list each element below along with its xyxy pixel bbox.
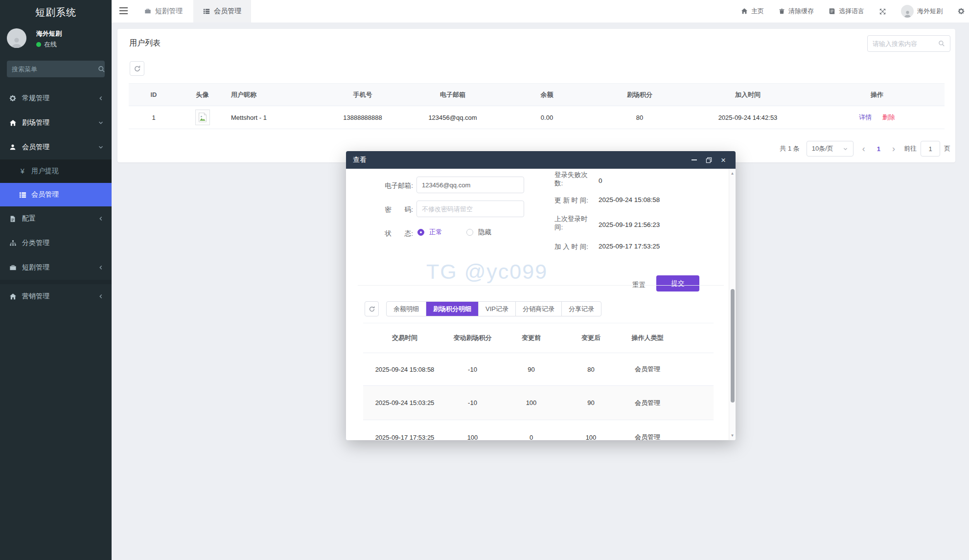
tab-member-management[interactable]: 会员管理 (193, 0, 251, 22)
app-logo: 短剧系统 (0, 0, 112, 24)
settings-button[interactable] (957, 7, 965, 15)
list-icon (19, 191, 26, 199)
refresh-button[interactable] (130, 61, 144, 76)
clear-cache-link[interactable]: 清除缓存 (779, 7, 814, 16)
goto-page: 前往 页 (904, 141, 950, 157)
modal-refresh-button[interactable] (365, 301, 379, 316)
chevron-left-icon (98, 216, 104, 222)
chevron-left-icon (98, 293, 104, 299)
sidebar-item-label: 会员管理 (22, 143, 98, 152)
topbar-actions: 主页 清除缓存 选择语言 海外短剧 (741, 0, 965, 22)
sidebar-item-label: 营销管理 (22, 292, 98, 301)
sidebar-submenu: ¥ 用户提现 会员管理 (0, 159, 112, 206)
password-label: 密 码: (358, 205, 413, 214)
tab-distributor-records[interactable]: 分销商记录 (516, 302, 562, 316)
col-header-before: 变更前 (499, 334, 564, 342)
table-search (867, 35, 950, 52)
home-link[interactable]: 主页 (741, 7, 764, 16)
sidebar-subitem-label: 用户提现 (31, 167, 59, 176)
home-link-label: 主页 (751, 7, 764, 16)
sidebar-item-drama[interactable]: 短剧管理 (0, 255, 112, 280)
tab-drama-management[interactable]: 短剧管理 (135, 0, 192, 22)
status-radio-hidden[interactable]: 隐藏 (466, 228, 491, 237)
col-header-change: 变动剧场积分 (446, 334, 499, 342)
sidebar-item-general[interactable]: 常规管理 (0, 86, 112, 111)
sidebar-item-theater[interactable]: 剧场管理 (0, 111, 112, 135)
last-login-label: 上次登录时间: (554, 215, 592, 231)
update-time-value: 2025-09-24 15:08:58 (599, 196, 660, 203)
minimize-icon[interactable] (689, 155, 699, 165)
sidebar-search (7, 61, 105, 77)
radio-label: 正常 (429, 228, 442, 237)
tab-vip-records[interactable]: VIP记录 (479, 302, 516, 316)
chevron-down-icon (98, 120, 104, 126)
sidebar: 短剧系统 海外短剧 在线 常规管理 剧 (0, 0, 112, 560)
pagination: 共 1 条 10条/页 ‹ 1 › 前往 页 (780, 141, 950, 157)
user-table: ID 头像 用户昵称 手机号 电子邮箱 余额 剧场积分 加入时间 操作 1 Me… (129, 83, 945, 129)
expand-arrows-icon (879, 8, 886, 15)
sidebar-item-categories[interactable]: 分类管理 (0, 231, 112, 255)
scrollbar-thumb[interactable] (731, 289, 735, 403)
sidebar-item-members[interactable]: 会员管理 (0, 135, 112, 159)
scroll-up-icon[interactable]: ▲ (729, 171, 736, 176)
cell-operator-type: 会员管理 (618, 433, 677, 440)
language-link[interactable]: 选择语言 (829, 7, 864, 16)
cell-email: 123456@qq.com (405, 114, 501, 121)
next-page-button[interactable]: › (890, 141, 897, 156)
col-header-balance: 余额 (501, 90, 593, 99)
chevron-left-icon (98, 95, 104, 101)
hamburger-menu-icon[interactable] (119, 7, 128, 15)
cell-operator-type: 会员管理 (618, 365, 677, 374)
tab-balance-detail[interactable]: 余额明细 (387, 302, 426, 316)
cell-before: 100 (499, 399, 564, 406)
scroll-down-icon[interactable]: ▼ (729, 433, 736, 438)
status-radio-normal[interactable]: 正常 (417, 228, 442, 237)
detail-link[interactable]: 详情 (859, 113, 872, 121)
page-size-select[interactable]: 10条/页 (807, 141, 854, 157)
delete-link[interactable]: 删除 (882, 113, 895, 121)
goto-page-input[interactable] (921, 141, 940, 157)
page-size-value: 10条/页 (812, 144, 833, 153)
prev-page-button[interactable]: ‹ (860, 141, 867, 156)
current-page[interactable]: 1 (874, 145, 883, 153)
user-icon (9, 144, 17, 151)
gears-icon (9, 94, 17, 102)
cell-id: 1 (129, 114, 179, 121)
email-input[interactable] (416, 177, 524, 193)
chevron-down-icon (98, 144, 104, 150)
sidebar-search-input[interactable] (12, 66, 98, 73)
search-icon[interactable] (938, 40, 945, 47)
col-header-points: 剧场积分 (593, 90, 686, 99)
sidebar-subitem-label: 会员管理 (31, 190, 59, 199)
fullscreen-toggle[interactable] (879, 8, 886, 15)
col-header-id: ID (129, 91, 179, 98)
file-icon (9, 215, 17, 223)
user-status: 在线 (36, 40, 57, 49)
table-search-input[interactable] (873, 40, 938, 47)
topbar-username: 海外短剧 (917, 7, 943, 16)
sidebar-subitem-withdraw[interactable]: ¥ 用户提现 (0, 159, 112, 183)
cell-join-time: 2025-09-24 14:42:53 (686, 114, 809, 121)
password-input[interactable] (416, 201, 524, 217)
detail-tabs: 余额明细 剧场积分明细 VIP记录 分销商记录 分享记录 (386, 301, 601, 316)
cell-before: 0 (499, 434, 564, 441)
topbar-avatar (901, 5, 914, 18)
sidebar-item-config[interactable]: 配置 (0, 206, 112, 231)
sidebar-subitem-members[interactable]: 会员管理 (0, 183, 112, 206)
col-header-phone: 手机号 (321, 90, 405, 99)
maximize-restore-icon[interactable] (703, 155, 714, 165)
close-icon[interactable]: × (718, 155, 729, 165)
col-header-avatar: 头像 (179, 90, 226, 99)
sidebar-item-marketing[interactable]: 营销管理 (0, 284, 112, 309)
tab-points-detail[interactable]: 剧场积分明细 (426, 302, 479, 316)
sidebar-item-label: 常规管理 (22, 94, 98, 103)
account-menu[interactable]: 海外短剧 (901, 5, 943, 18)
user-name: 海外短剧 (36, 29, 62, 38)
table-header-row: ID 头像 用户昵称 手机号 电子邮箱 余额 剧场积分 加入时间 操作 (129, 83, 945, 106)
trash-icon (779, 8, 785, 15)
tab-share-records[interactable]: 分享记录 (562, 302, 601, 316)
login-fail-label: 登录失败次数: (554, 171, 592, 187)
submit-button[interactable]: 提交 (656, 275, 699, 291)
modal-scrollbar: ▲ ▼ (729, 169, 736, 440)
col-header-trade-time: 交易时间 (363, 334, 446, 342)
